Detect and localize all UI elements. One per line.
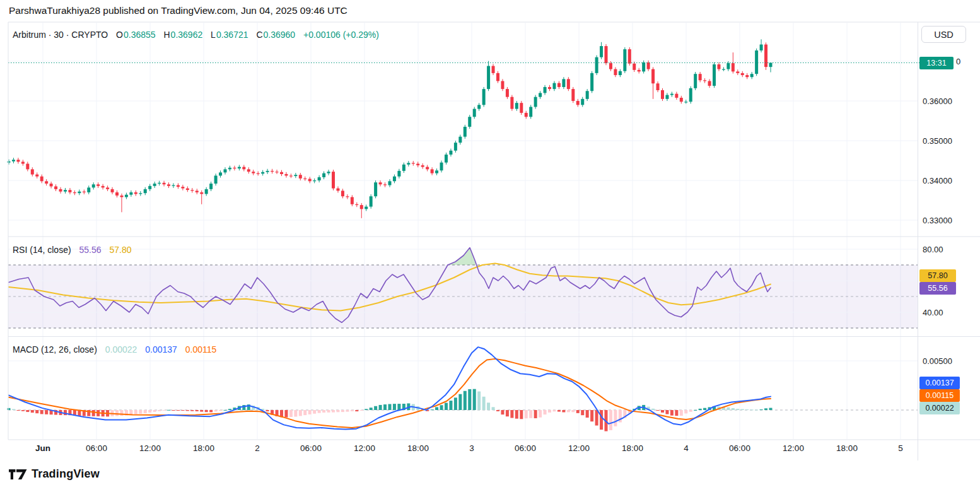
rsi-axis-label: 40.00 bbox=[923, 308, 943, 317]
macd-histogram-bar bbox=[172, 410, 175, 411]
candle-body bbox=[670, 94, 674, 95]
time-axis-label[interactable]: 4 bbox=[684, 443, 689, 453]
time-axis-label[interactable]: 06:00 bbox=[515, 443, 536, 453]
macd-histogram-bar bbox=[224, 410, 227, 411]
rsi-title[interactable]: RSI (14, close) bbox=[13, 245, 71, 255]
tradingview-snapshot: ParshwaTurakhiya28 published on TradingV… bbox=[0, 0, 980, 487]
rsi-legend[interactable]: RSI (14, close) 55.56 57.80 bbox=[13, 245, 131, 255]
candle-body bbox=[200, 192, 203, 194]
time-axis-label[interactable]: 12:00 bbox=[354, 443, 375, 453]
candle-body bbox=[388, 181, 392, 185]
candle-body bbox=[534, 97, 537, 107]
macd-histogram-bar bbox=[92, 410, 95, 416]
macd-histogram-bar bbox=[449, 401, 452, 410]
time-axis-label[interactable]: 18:00 bbox=[193, 443, 214, 453]
open-label: O bbox=[116, 30, 123, 40]
candle-body bbox=[16, 160, 20, 161]
macd-legend[interactable]: MACD (12, 26, close) 0.00022 0.00137 0.0… bbox=[13, 344, 216, 355]
tradingview-watermark[interactable]: TradingView bbox=[9, 467, 100, 481]
candle-body bbox=[506, 89, 509, 97]
macd-histogram-bar bbox=[318, 410, 321, 413]
price-axis-label: 0.36000 bbox=[923, 97, 952, 106]
candle-body bbox=[346, 196, 349, 197]
candle-body bbox=[219, 172, 222, 175]
candle-body bbox=[440, 163, 443, 171]
candle-body bbox=[190, 190, 194, 191]
macd-histogram-bar bbox=[496, 410, 499, 411]
candle-body bbox=[78, 192, 81, 194]
time-axis-label[interactable]: Jun bbox=[35, 443, 50, 453]
macd-histogram-bar bbox=[332, 410, 335, 413]
time-axis-label[interactable]: 06:00 bbox=[300, 443, 322, 453]
macd-histogram-bar bbox=[383, 404, 387, 410]
candle-body bbox=[656, 83, 660, 90]
macd-histogram-bar bbox=[35, 410, 38, 413]
macd-histogram-bar bbox=[468, 389, 471, 410]
macd-histogram-bar bbox=[167, 410, 170, 411]
time-axis-label[interactable]: 18:00 bbox=[622, 443, 643, 453]
candle-body bbox=[760, 45, 763, 50]
time-axis-label[interactable]: 06:00 bbox=[86, 443, 107, 453]
time-axis-label[interactable]: 12:00 bbox=[139, 443, 161, 453]
candle-body bbox=[548, 87, 551, 89]
candle-body bbox=[195, 191, 199, 192]
macd-histogram-bar bbox=[661, 410, 664, 413]
macd-histogram-bar bbox=[228, 409, 231, 410]
macd-histogram-bar bbox=[195, 410, 199, 411]
macd-histogram-bar bbox=[31, 410, 34, 413]
time-axis-label[interactable]: 5 bbox=[898, 443, 903, 453]
candle-body bbox=[590, 73, 593, 91]
candle-body bbox=[431, 169, 434, 173]
candle-body bbox=[280, 172, 283, 174]
candle-body bbox=[473, 109, 476, 117]
candle-body bbox=[665, 95, 668, 99]
candle-body bbox=[102, 186, 105, 188]
time-axis-label[interactable]: 18:00 bbox=[407, 443, 429, 453]
time-axis-label[interactable]: 06:00 bbox=[729, 443, 750, 453]
main-legend[interactable]: Arbitrum · 30 · CRYPTO O0.36855 H0.36962… bbox=[13, 30, 379, 40]
candle-body bbox=[120, 196, 123, 197]
macd-histogram-bar bbox=[699, 409, 702, 410]
candle-body bbox=[92, 184, 95, 187]
macd-histogram-bar bbox=[614, 410, 617, 426]
time-axis-label[interactable]: 2 bbox=[255, 443, 260, 453]
macd-histogram-bar bbox=[397, 404, 400, 410]
macd-histogram-bar bbox=[139, 410, 142, 414]
candle-body bbox=[73, 192, 76, 193]
time-axis-label[interactable]: 12:00 bbox=[783, 443, 804, 453]
macd-histogram-bar bbox=[120, 410, 123, 416]
macd-histogram-bar bbox=[576, 410, 580, 413]
macd-title[interactable]: MACD (12, 26, close) bbox=[13, 344, 97, 355]
candle-body bbox=[605, 46, 608, 63]
macd-histogram-bar bbox=[205, 410, 208, 412]
macd-histogram-bar bbox=[726, 408, 730, 410]
candle-body bbox=[557, 83, 561, 87]
candle-body bbox=[449, 151, 452, 155]
candle-body bbox=[54, 186, 57, 189]
candle-body bbox=[435, 170, 438, 173]
candle-body bbox=[515, 103, 518, 109]
candle-body bbox=[595, 57, 598, 73]
macd-histogram-bar bbox=[190, 410, 194, 411]
candle-body bbox=[600, 46, 603, 57]
candle-body bbox=[755, 50, 758, 74]
currency-toggle-button[interactable]: USD bbox=[921, 26, 966, 43]
macd-histogram-bar bbox=[539, 410, 542, 418]
time-axis-label[interactable]: 12:00 bbox=[568, 443, 590, 453]
macd-line-value: 0.00137 bbox=[145, 344, 177, 355]
time-axis-label[interactable]: 18:00 bbox=[836, 443, 858, 453]
candle-body bbox=[651, 69, 655, 84]
macd-histogram-bar bbox=[515, 410, 518, 419]
candle-body bbox=[167, 184, 170, 186]
change-value: +0.00106 (+0.29%) bbox=[303, 30, 379, 40]
candle-body bbox=[284, 174, 288, 176]
macd-histogram-bar bbox=[684, 410, 687, 413]
candle-body bbox=[21, 161, 25, 163]
macd-axis-label: 0.00500 bbox=[923, 356, 952, 366]
candle-body bbox=[115, 192, 119, 196]
macd-histogram-bar bbox=[689, 410, 692, 412]
candle-body bbox=[360, 205, 363, 209]
symbol-title[interactable]: Arbitrum · 30 · CRYPTO bbox=[13, 30, 108, 40]
time-axis-label[interactable]: 3 bbox=[469, 443, 474, 453]
candle-body bbox=[397, 171, 400, 177]
